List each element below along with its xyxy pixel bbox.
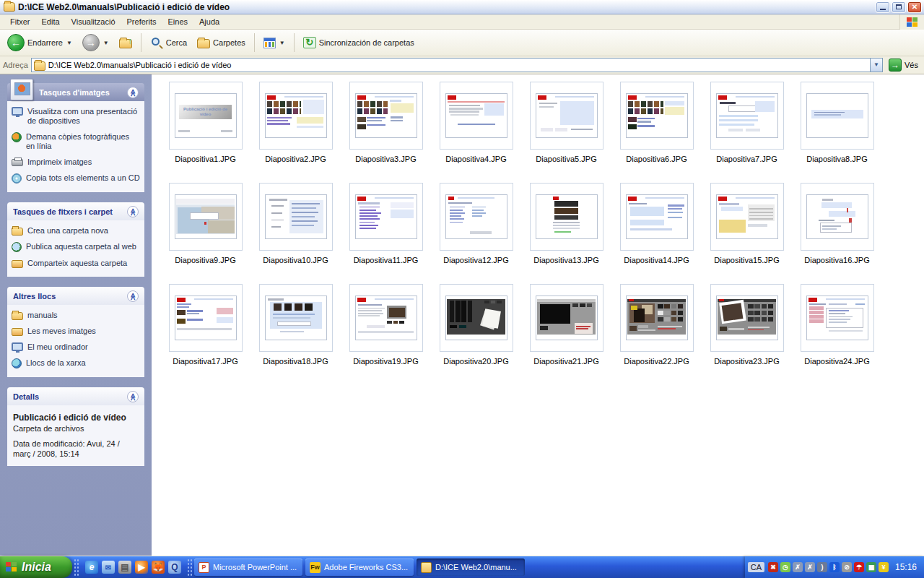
network-disconnected2-icon[interactable]: ✗ [805,562,815,572]
bluetooth-icon[interactable]: ᛒ [829,562,840,572]
task-link[interactable]: manuals [12,311,140,320]
file-name: Diapositiva18.JPG [263,357,328,366]
panel-other-places-header[interactable]: Altres llocs ≪ [7,287,144,305]
panel-image-tasks-header[interactable]: Tasques d'imatges ≪ [7,83,144,101]
sync-icon: ↻ [303,37,316,48]
file-item[interactable]: Diapositiva3.JPG [341,77,431,178]
show-desktop-icon[interactable]: ▤ [118,561,131,574]
menu-item-eines[interactable]: Eines [162,15,194,28]
media-player-icon[interactable]: ▶ [135,561,148,574]
file-item[interactable]: Diapositiva9.JPG [160,178,250,280]
file-item[interactable]: Diapositiva5.JPG [521,77,611,178]
file-item[interactable]: Diapositiva18.JPG [250,280,341,381]
file-item[interactable]: Diapositiva6.JPG [611,77,702,178]
file-item[interactable]: Diapositiva15.JPG [702,178,792,280]
file-item[interactable]: Diapositiva17.JPG [160,280,250,381]
quicktime-icon[interactable]: Q [168,561,181,574]
thumbnail-image [626,93,688,138]
file-item[interactable]: Diapositiva14.JPG [611,178,702,280]
file-item[interactable]: Diapositiva21.JPG [521,280,611,381]
menu-item-fitxer[interactable]: Fitxer [4,15,36,28]
search-button[interactable]: Cerca [146,35,191,51]
task-link[interactable]: Comparteix aquesta carpeta [12,259,140,268]
taskbar-grip[interactable] [74,558,79,576]
file-item[interactable]: Diapositiva16.JPG [792,178,882,280]
menu-item-visualització[interactable]: Visualització [66,15,121,28]
close-button[interactable]: ✕ [907,1,922,13]
taskbar-grip[interactable] [187,558,193,576]
security-shield-icon[interactable]: ✖ [768,562,778,572]
file-item[interactable]: Diapositiva7.JPG [702,77,792,178]
menu-item-edita[interactable]: Edita [36,15,66,28]
taskbar-task-folder-win[interactable]: D:\ICE Web2.0\manu... [417,558,525,576]
task-link[interactable]: Publica aquesta carpeta al web [12,242,140,252]
thumbnail-frame [710,284,784,352]
task-link[interactable]: Llocs de la xarxa [12,358,140,368]
address-bar: Adreça D:\ICE Web2.0\manuals\Publicació … [0,56,924,74]
views-dropdown-icon[interactable]: ▼ [279,40,285,46]
file-item[interactable]: Publicació i edició de vídeoDiapositiva1… [160,77,250,178]
folders-button[interactable]: Carpetes [193,35,250,51]
forward-dropdown-icon[interactable]: ▼ [103,40,109,46]
task-link[interactable]: Les meves imatges [12,327,140,336]
restore-button[interactable] [892,1,906,13]
minimize-button[interactable] [876,1,890,13]
language-indicator[interactable]: CA [748,562,764,572]
panel-file-tasks-header[interactable]: Tasques de fitxers i carpet ≪ [7,202,144,220]
thumbnail-image [175,296,237,340]
task-link[interactable]: Crea una carpeta nova [12,226,140,236]
collapse-chevron-icon[interactable]: ≪ [127,290,139,302]
file-item[interactable]: Diapositiva23.JPG [702,280,792,381]
wireless-icon[interactable]: ) [817,562,827,572]
search-icon [152,38,160,46]
back-dropdown-icon[interactable]: ▼ [66,40,72,46]
task-link[interactable]: Copia tots els elements a un CD [12,173,140,184]
menu-item-ajuda[interactable]: Ajuda [193,15,225,28]
file-item[interactable]: Diapositiva2.JPG [250,77,341,178]
thumbnail-frame [349,183,423,251]
scheduler-icon[interactable]: ◷ [780,562,790,572]
folder-icon [4,2,15,12]
ie-icon[interactable]: e [85,561,98,574]
network-disconnected-icon[interactable]: ✗ [793,562,803,572]
sync-button[interactable]: ↻ Sincronización de carpetas [299,35,419,51]
go-button[interactable]: → Vés [886,59,921,72]
taskbar-task-powerpoint[interactable]: PMicrosoft PowerPoint ... [194,558,302,576]
up-button[interactable]: ↑ [115,35,136,51]
avira-icon[interactable]: ☂ [854,562,864,572]
views-button[interactable]: ▼ [259,35,289,51]
messenger-icon[interactable]: ¥ [879,562,889,572]
task-link[interactable]: Visualitza com una presentació de diapos… [12,107,140,126]
task-link[interactable]: Demana còpies fotogràfiques en línia [12,132,140,151]
outlook-express-icon[interactable]: ✉ [102,561,115,574]
panel-details-header[interactable]: Detalls ≪ [7,387,144,405]
collapse-chevron-icon[interactable]: ≪ [127,391,139,402]
task-link[interactable]: El meu ordinador [12,342,140,352]
file-item[interactable]: Diapositiva24.JPG [792,280,882,381]
file-name: Diapositiva12.JPG [443,256,509,264]
address-dropdown-icon[interactable]: ▼ [870,59,882,72]
task-link[interactable]: Imprimeix imatges [12,158,140,167]
taskbar-task-fireworks[interactable]: FwAdobe Fireworks CS3... [305,558,414,576]
volume-muted-icon[interactable]: ⊘ [842,562,852,572]
menu-item-preferits[interactable]: Preferits [121,15,162,28]
address-input[interactable]: D:\ICE Web2.0\manuals\Publicació i edici… [31,58,883,72]
collapse-chevron-icon[interactable]: ≪ [127,206,139,217]
file-item[interactable]: Diapositiva12.JPG [431,178,521,280]
file-item[interactable]: Diapositiva8.JPG [792,77,882,178]
file-item[interactable]: Diapositiva11.JPG [341,178,431,280]
back-button[interactable]: ← Endarrere ▼ [3,32,77,53]
windows-flag-icon [6,562,17,572]
collapse-chevron-icon[interactable]: ≪ [127,87,139,98]
firefox-icon[interactable]: 🦊 [152,561,165,574]
thumbnail-image [445,93,507,138]
file-item[interactable]: Diapositiva22.JPG [611,280,702,381]
file-item[interactable]: Diapositiva13.JPG [521,178,611,280]
printer-status-icon[interactable]: ▦ [866,562,876,572]
file-item[interactable]: Diapositiva4.JPG [431,77,521,178]
file-item[interactable]: Diapositiva10.JPG [250,178,341,280]
file-item[interactable]: Diapositiva20.JPG [431,280,521,381]
start-button[interactable]: Inicia [0,556,72,578]
file-item[interactable]: Diapositiva19.JPG [341,280,431,381]
forward-button[interactable]: → ▼ [78,32,113,53]
